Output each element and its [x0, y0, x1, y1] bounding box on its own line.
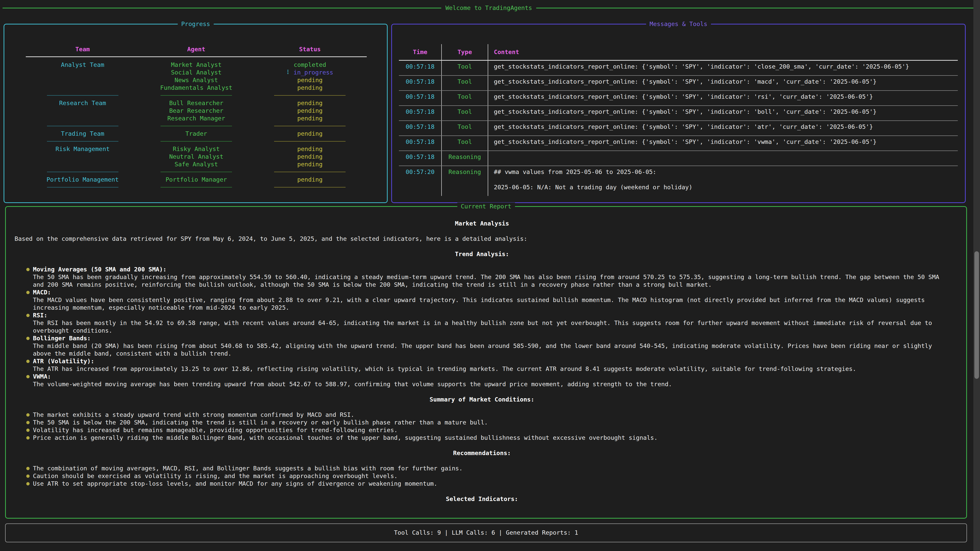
agent-name: Market Analyst — [139, 61, 253, 68]
bullet-icon — [26, 291, 30, 294]
agent-name: Research Manager — [139, 114, 253, 122]
message-time: 00:57:20 — [399, 166, 441, 196]
progress-panel: Progress Team Agent Status Analyst Team … — [3, 24, 388, 203]
messages-header-content: Content — [488, 44, 958, 60]
bullet-label: Moving Averages (50 SMA and 200 SMA): — [33, 266, 166, 273]
agent-status: pending — [253, 84, 367, 92]
progress-row: Social Analyst ⠇in_progress — [26, 68, 367, 76]
progress-row: Trading Team Trader pending — [26, 130, 367, 138]
stats-panel: Tool Calls: 9 | LLM Calls: 6 | Generated… — [5, 524, 967, 542]
agent-name: Risky Analyst — [139, 145, 253, 153]
message-row: 00:57:18 Tool get_stockstats_indicators_… — [399, 106, 958, 121]
current-report-panel-title: Current Report — [457, 203, 515, 210]
scrollbar-thumb[interactable] — [974, 251, 979, 379]
bullet-text: Use ATR to set appropriate stop-loss lev… — [33, 480, 950, 487]
section-heading-selected-indicators: Selected Indicators: — [14, 495, 950, 503]
messages-panel: Messages & Tools Time Type Content 00:57… — [391, 24, 966, 203]
team-name: Risk Management — [26, 145, 139, 153]
bullet-icon — [26, 314, 30, 317]
message-time: 00:57:18 — [399, 151, 441, 165]
section-divider — [26, 92, 367, 99]
agent-status: completed — [253, 61, 367, 68]
bullet-icon — [26, 360, 30, 363]
list-item: ATR (Volatility):The ATR has increased f… — [14, 357, 950, 373]
team-name: Analyst Team — [26, 61, 139, 68]
team-name: Trading Team — [26, 130, 139, 138]
agent-status: ⠇in_progress — [253, 68, 367, 76]
rule-line-left — [3, 8, 441, 8]
message-type: Tool — [441, 106, 488, 121]
agent-name: News Analyst — [139, 76, 253, 84]
message-time: 00:57:18 — [399, 76, 441, 90]
progress-panel-title: Progress — [178, 20, 213, 28]
bullet-text: The combination of moving averages, MACD… — [33, 465, 950, 472]
progress-row: Safe Analyst pending — [26, 160, 367, 168]
message-content: get_stockstats_indicators_report_online:… — [488, 106, 958, 121]
bullet-text: Price action is generally riding the mid… — [33, 434, 950, 441]
message-row: 00:57:18 Tool get_stockstats_indicators_… — [399, 76, 958, 91]
list-item: Bollinger Bands:The middle band (20 SMA)… — [14, 334, 950, 357]
message-time: 00:57:18 — [399, 61, 441, 75]
bullet-text: The middle band (20 SMA) has been rising… — [33, 342, 932, 357]
bullet-label: VWMA: — [33, 373, 51, 380]
list-item: Caution should be exercised as volatilit… — [14, 472, 950, 480]
message-row: 00:57:18 Tool get_stockstats_indicators_… — [399, 61, 958, 76]
agent-name: Bull Researcher — [139, 99, 253, 107]
bullet-text: The ATR has increased from approximately… — [33, 365, 856, 372]
section-divider — [26, 183, 367, 191]
rule-line-right — [536, 8, 975, 8]
message-content: ## vwma values from 2025-05-06 to 2025-0… — [488, 166, 958, 196]
blank-line — [494, 176, 958, 183]
bullet-icon — [26, 482, 30, 486]
list-item: The 50 SMA is below the 200 SMA, indicat… — [14, 419, 950, 426]
bullet-text: The 50 SMA has been gradually increasing… — [33, 273, 939, 288]
message-content — [488, 151, 958, 165]
message-content: get_stockstats_indicators_report_online:… — [488, 76, 958, 90]
bullet-label: ATR (Volatility): — [33, 358, 94, 365]
scrollbar-track[interactable] — [974, 0, 980, 551]
welcome-rule: Welcome to TradingAgents — [3, 4, 975, 12]
bullet-text: The RSI has been mostly in the 54.92 to … — [33, 319, 932, 334]
bullet-icon — [26, 268, 30, 271]
progress-row: Research Team Bull Researcher pending — [26, 99, 367, 107]
section-divider — [26, 138, 367, 145]
message-row: 00:57:18 Tool get_stockstats_indicators_… — [399, 91, 958, 106]
progress-row: Neutral Analyst pending — [26, 153, 367, 160]
current-report-panel: Current Report Market Analysis Based on … — [5, 206, 967, 519]
messages-table-header: Time Type Content — [399, 44, 958, 61]
message-time: 00:57:18 — [399, 91, 441, 105]
progress-header-team: Team — [26, 45, 139, 53]
progress-row: Bear Researcher pending — [26, 107, 367, 114]
bullet-icon — [26, 436, 30, 440]
message-type: Tool — [441, 136, 488, 151]
bullet-icon — [26, 421, 30, 424]
message-content: get_stockstats_indicators_report_online:… — [488, 136, 958, 151]
agent-status: pending — [253, 99, 367, 107]
welcome-title: Welcome to TradingAgents — [441, 4, 536, 12]
bullet-icon — [26, 413, 30, 416]
message-row: 00:57:18 Reasoning — [399, 151, 958, 166]
agent-status: pending — [253, 160, 367, 168]
list-item: Use ATR to set appropriate stop-loss lev… — [14, 480, 950, 487]
message-type: Tool — [441, 121, 488, 135]
agent-status: pending — [253, 145, 367, 153]
message-time: 00:57:18 — [399, 121, 441, 135]
list-item: The combination of moving averages, MACD… — [14, 465, 950, 472]
bullet-text: The MACD values have been consistently p… — [33, 297, 925, 311]
messages-panel-title: Messages & Tools — [646, 20, 711, 28]
message-content: get_stockstats_indicators_report_online:… — [488, 91, 958, 105]
summary-bullets: The market exhibits a steady upward tren… — [14, 411, 950, 441]
message-type: Tool — [441, 61, 488, 75]
bullet-label: RSI: — [33, 312, 48, 319]
messages-table: Time Type Content 00:57:18 Tool get_stoc… — [399, 44, 958, 196]
section-divider — [26, 122, 367, 130]
message-content: get_stockstats_indicators_report_online:… — [488, 61, 958, 75]
progress-row: Analyst Team Market Analyst completed — [26, 61, 367, 68]
section-divider — [26, 168, 367, 176]
progress-table: Team Agent Status Analyst Team Market An… — [26, 45, 367, 191]
message-type: Tool — [441, 76, 488, 90]
trend-analysis-bullets: Moving Averages (50 SMA and 200 SMA):The… — [14, 265, 950, 388]
progress-table-header: Team Agent Status — [26, 45, 367, 53]
agent-name: Fundamentals Analyst — [139, 84, 253, 92]
message-type: Reasoning — [441, 151, 488, 165]
